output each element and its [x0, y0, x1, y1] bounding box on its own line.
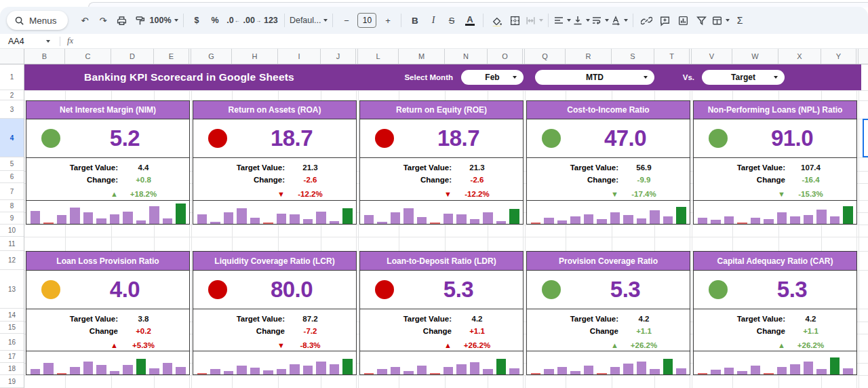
change-label: Change [90, 327, 118, 335]
column-header-I[interactable]: I [278, 49, 321, 64]
column-header-V[interactable]: V [692, 49, 732, 64]
kpi-details-section: Target Value:4.2Change+1.1▲+26.2% [360, 309, 523, 351]
spark-bar [123, 365, 133, 374]
column-header-Y[interactable]: Y [821, 49, 856, 64]
name-box[interactable]: AA4 [0, 37, 43, 46]
create-filter-button[interactable] [693, 12, 710, 29]
row-header-15[interactable]: 15 [0, 322, 24, 334]
functions-button[interactable]: Σ [731, 12, 748, 29]
row-header-5[interactable]: 5 [0, 157, 24, 171]
spark-bar [110, 214, 120, 224]
insert-comment-button[interactable] [656, 12, 673, 29]
row-header-7[interactable]: 7 [0, 183, 24, 200]
column-header-X[interactable]: X [778, 49, 821, 64]
column-header-T[interactable]: T [654, 49, 690, 64]
merge-cells-button[interactable] [525, 12, 543, 29]
column-header-H[interactable]: H [232, 49, 278, 64]
column-header-J[interactable]: J [321, 49, 356, 64]
row-header-9[interactable]: 9 [0, 212, 24, 225]
column-header-B[interactable]: B [24, 49, 65, 64]
column-header-W[interactable]: W [732, 49, 778, 64]
row-header-3[interactable]: 3 [0, 100, 24, 119]
strikethrough-button[interactable]: S [443, 12, 460, 29]
row-header-13[interactable]: 13 [0, 270, 24, 309]
target-value: 4.2 [452, 315, 502, 323]
row-header-11[interactable]: 11 [0, 237, 24, 251]
column-header-G[interactable]: G [191, 49, 232, 64]
spark-bar [290, 214, 300, 224]
increase-font-size-button[interactable]: + [379, 12, 396, 29]
chevron-down-icon [586, 19, 590, 22]
row-header-1[interactable]: 1 [0, 64, 24, 90]
increase-decimal-button[interactable]: .00→ [243, 12, 261, 29]
kpi-details-section: Target Value:4.2Change+1.1▲+26.2% [527, 309, 690, 351]
menus-button[interactable]: Menus [7, 11, 68, 30]
format-currency-button[interactable]: $ [189, 12, 205, 29]
kpi-card: Return on Assets (ROA)18.7Target Value:2… [193, 100, 357, 225]
text-rotation-button[interactable] [610, 12, 628, 29]
select-month-label: Select Month [377, 64, 453, 90]
column-header-E[interactable]: E [154, 49, 189, 64]
trend-percent: +5.3% [118, 341, 169, 349]
column-header-S[interactable]: S [612, 49, 654, 64]
row-header-6[interactable]: 6 [0, 171, 24, 183]
row-header-10[interactable]: 10 [0, 225, 24, 237]
fill-color-button[interactable] [488, 12, 505, 29]
insert-chart-button[interactable] [675, 12, 692, 29]
column-header-R[interactable]: R [566, 49, 612, 64]
bold-button[interactable]: B [406, 12, 423, 29]
kpi-value-section: 4.0 [26, 271, 189, 309]
row-header-4[interactable]: 4 [0, 119, 24, 157]
row-header-2[interactable]: 2 [0, 90, 24, 100]
more-formats-button[interactable]: 123 [262, 12, 279, 29]
target-value: 3.8 [118, 315, 169, 323]
column-header-N[interactable]: N [445, 49, 488, 64]
insert-link-button[interactable] [638, 12, 655, 29]
column-header-C[interactable]: C [65, 49, 111, 64]
row-header-16[interactable]: 16 [0, 334, 24, 351]
spark-bar [316, 212, 326, 224]
redo-button[interactable]: ↷ [95, 12, 112, 29]
decrease-decimal-button[interactable]: .0← [225, 12, 242, 29]
column-header-M[interactable]: M [399, 49, 445, 64]
zoom-control[interactable]: 100% [150, 12, 178, 29]
spark-bar [637, 218, 647, 224]
vertical-align-button[interactable] [572, 12, 590, 29]
borders-button[interactable] [507, 12, 524, 29]
format-percent-button[interactable]: % [207, 12, 224, 29]
target-label: Target Value: [737, 315, 785, 323]
text-color-button[interactable]: A [461, 12, 478, 29]
kpi-details-section: Target Value:21.3Change:-2.6▼-12.2% [360, 158, 523, 201]
row-header-14[interactable]: 14 [0, 309, 24, 322]
column-header-D[interactable]: D [111, 49, 154, 64]
spark-bar [764, 219, 774, 224]
font-size-input[interactable]: 10 [357, 13, 376, 28]
select-all-corner[interactable] [0, 49, 24, 64]
fx-icon[interactable]: fx [67, 36, 73, 46]
paint-format-button[interactable] [132, 12, 149, 29]
print-button[interactable] [113, 12, 130, 29]
row-header-17[interactable]: 17 [0, 351, 24, 363]
font-select[interactable]: Defaul... [290, 12, 328, 29]
row-header-12[interactable]: 12 [0, 251, 24, 270]
undo-button[interactable]: ↶ [77, 12, 94, 29]
column-header-Q[interactable]: Q [525, 49, 566, 64]
status-circle-green [542, 129, 561, 148]
column-header-O[interactable]: O [488, 49, 523, 64]
table-views-button[interactable] [711, 12, 730, 29]
spark-bar [456, 214, 467, 224]
period-dropdown[interactable]: MTD [535, 70, 654, 85]
month-dropdown[interactable]: Feb [461, 70, 524, 85]
text-wrap-button[interactable] [591, 12, 609, 29]
column-header-L[interactable]: L [358, 49, 399, 64]
active-cell-AA4[interactable] [863, 119, 868, 157]
row-header-8[interactable]: 8 [0, 200, 24, 212]
row-header-18[interactable]: 18 [0, 363, 24, 375]
spark-bar [136, 220, 146, 224]
italic-button[interactable]: I [425, 12, 441, 29]
decrease-font-size-button[interactable]: − [338, 12, 355, 29]
horizontal-align-button[interactable] [553, 12, 571, 29]
trend-arrow-icon: ▼ [611, 190, 618, 198]
compare-dropdown[interactable]: Target [702, 70, 785, 85]
row-header-19[interactable]: 19 [0, 375, 24, 388]
